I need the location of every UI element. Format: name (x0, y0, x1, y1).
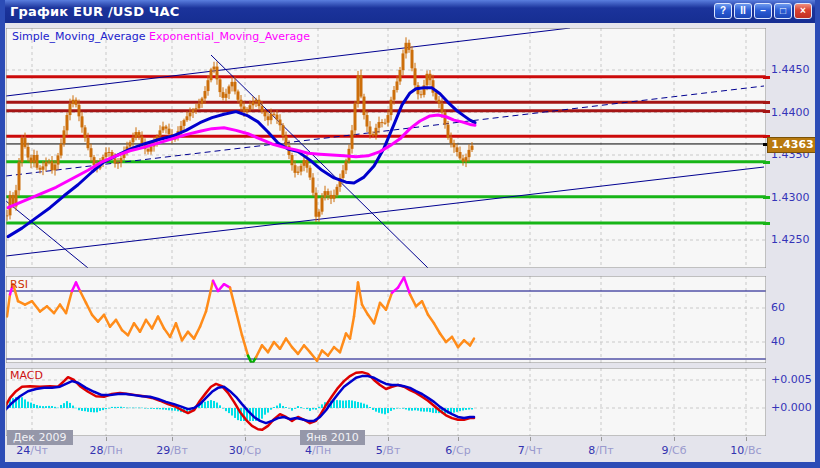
rsi-axis-label: 40 (771, 335, 785, 348)
time-axis-label: 6/Ср (445, 444, 470, 457)
time-axis-label: 28/Пн (89, 444, 122, 457)
main-price-chart[interactable] (6, 28, 766, 268)
macd-axis-label: +0.000 (771, 401, 812, 414)
month-badge: Дек 2009 (7, 430, 73, 445)
macd-indicator-panel[interactable] (6, 368, 766, 436)
current-price-badge: 1.4363 (767, 137, 818, 153)
minimize-button[interactable]: – (754, 3, 772, 19)
macd-axis-label: +0.005 (771, 373, 812, 386)
time-axis-tick (746, 437, 747, 441)
axis-level-tick (763, 101, 770, 104)
time-axis-tick (106, 437, 107, 441)
window-title: График EUR /USD ЧАС (10, 4, 180, 19)
time-axis-label: 30/Ср (229, 444, 261, 457)
time-axis-tick (458, 437, 459, 441)
rsi-indicator-panel[interactable] (6, 276, 766, 363)
help-button[interactable]: ? (714, 3, 732, 19)
window-buttons: ?II–□× (714, 3, 812, 19)
sma-legend-label: Simple_Moving_Average (12, 30, 145, 43)
time-axis-label: 4/Пн (305, 444, 331, 457)
title-bar[interactable]: График EUR /USD ЧАС ?II–□× (0, 0, 820, 23)
axis-level-tick (763, 196, 770, 199)
axis-level-tick (763, 222, 770, 225)
price-axis-label: 1.4450 (771, 63, 810, 76)
time-axis-tick (530, 437, 531, 441)
month-badge: Янв 2010 (300, 430, 365, 445)
time-axis-tick (245, 437, 246, 441)
time-axis-tick (601, 437, 602, 441)
axis-level-tick (763, 110, 770, 113)
macd-panel-label: MACD (10, 369, 43, 382)
time-axis-label: 24/Чт (16, 444, 48, 457)
axis-level-tick (763, 76, 770, 79)
time-axis-label: 9/Сб (661, 444, 686, 457)
time-axis-tick (172, 437, 173, 441)
close-button[interactable]: × (794, 3, 812, 19)
price-axis-label: 1.4300 (771, 191, 810, 204)
time-axis-label: 29/Вт (156, 444, 188, 457)
time-axis-label: 8/Пт (588, 444, 613, 457)
rsi-axis-label: 60 (771, 301, 785, 314)
rsi-panel-label: RSI (10, 278, 28, 291)
time-axis-tick (674, 437, 675, 441)
time-axis-tick (388, 437, 389, 441)
price-axis-label: 1.4250 (771, 233, 810, 246)
collapse-button[interactable]: II (734, 3, 752, 19)
axis-level-tick (763, 161, 770, 164)
time-axis-label: 5/Вт (376, 444, 401, 457)
chart-window: График EUR /USD ЧАС ?II–□× Simple_Moving… (0, 0, 820, 468)
price-axis-label: 1.4400 (771, 106, 810, 119)
indicator-legend: Simple_Moving_Average Exponential_Moving… (12, 30, 310, 43)
ema-legend-label: Exponential_Moving_Average (149, 30, 310, 43)
time-axis-label: 10/Вс (730, 444, 761, 457)
time-axis-label: 7/Чт (518, 444, 543, 457)
maximize-button[interactable]: □ (774, 3, 792, 19)
